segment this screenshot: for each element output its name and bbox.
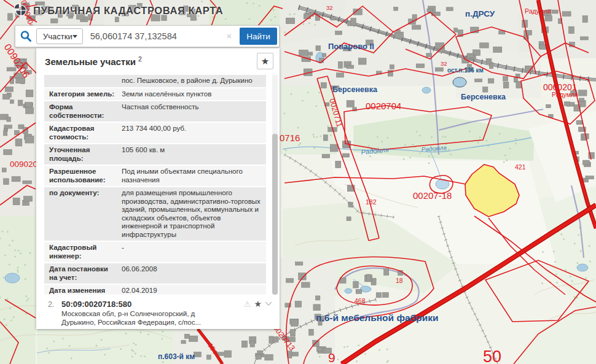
detail-row-label: Кадастровая стоимость: [49,125,122,141]
detail-row: Уточненная площадь:105 600 кв. м [44,144,266,165]
map-label-place: Берсеневка [461,93,506,101]
map-label-station: ост.п.136 км [447,67,484,74]
chevron-down-icon [73,35,77,38]
search-category-label: Участки [43,32,73,41]
search-category-dropdown[interactable]: Участки [36,28,83,44]
parcel-details-table: пос. Пешковское, в районе д. ДурыкиноКат… [44,75,266,295]
detail-row-label: Разрешенное использование: [49,168,122,184]
detail-row-value: 213 734 400,00 руб. [122,125,262,141]
detail-row-value: Земли населённых пунктов [122,90,262,99]
scrollbar-track [272,75,278,295]
detail-row-value: 105 600 кв. м [122,146,262,163]
detail-row-value: - [122,244,262,260]
map-label-parcel: 0020704 [366,101,401,111]
map-label-parcel: 00207-18 [413,190,452,201]
detail-row: пос. Пешковское, в районе д. Дурыкино [44,75,266,87]
search-input[interactable] [83,27,224,45]
map-label-parcel: Радумля [525,7,551,15]
detail-row: Форма собственности:Частная собственност… [44,101,266,122]
favorite-star-icon[interactable]: ★ [254,299,262,309]
map-label-parcel: 468 [355,297,366,304]
detail-row-label [49,77,122,85]
search-icon[interactable] [15,30,36,42]
detail-row: Кадастровый инженер:- [44,242,266,262]
list-item-index: 2. [48,300,61,309]
detail-row: по документу:для размещения промышленног… [44,187,266,241]
results-header: Земельные участки 2 ★ [36,48,280,75]
map-label-parcel: 18 [396,277,403,284]
detail-row: Разрешенное использование:Под иными объе… [44,166,266,186]
map-label-parcel: 421 [515,163,526,171]
detail-row-label: Кадастровый инженер: [49,244,122,260]
results-panel: Земельные участки 2 ★ пос. Пешковское, в… [36,48,280,329]
detail-row-value: Частная собственность [122,103,262,120]
list-item[interactable]: 2. 50:09:0020718:580 ⚠ ★ Московская обл,… [36,295,280,329]
detail-row-value: 02.04.2019 [122,287,262,295]
page-title: ПУБЛИЧНАЯ КАДАСТРОВАЯ КАРТА [33,5,223,17]
pkk-logo-icon [14,3,28,18]
warning-icon[interactable]: ⚠ [244,300,251,309]
scrollbar-thumb[interactable] [272,134,278,295]
map-label-place: п.603-й км [158,352,195,361]
app-header: ПУБЛИЧНАЯ КАДАСТРОВАЯ КАРТА [14,3,223,18]
app-window: Поварово IIБерсеневкаБерсеневкап.ДРСУп.6… [0,0,596,364]
map-label-parcel: 32 [441,60,447,67]
list-item-cadastral-number: 50:09:0020718:580 [61,300,244,309]
detail-row-value: 06.06.2008 [122,265,262,282]
search-bar: Участки × Найти [15,25,280,47]
map-label-parcel: 50 [483,347,501,364]
search-submit-button[interactable]: Найти [240,28,277,45]
map-label-place: Берсеневка [332,85,378,94]
results-title: Земельные участки 2 [45,55,142,67]
map-label-place: п.ДРСУ [465,9,495,18]
detail-row: Дата постановки на учет:06.06.2008 [44,263,266,284]
map-label-place: Поварово II [328,42,374,51]
map-label-parcel: Радумля [552,91,578,98]
expand-chevron-icon[interactable] [265,301,272,306]
detail-row-value: Под иными объектами специального назначе… [122,168,262,184]
clear-search-icon[interactable]: × [224,31,235,42]
favorites-button[interactable]: ★ [257,53,273,69]
detail-row: Кадастровая стоимость:213 734 400,00 руб… [44,123,266,143]
detail-row-label: Уточненная площадь: [49,146,122,163]
map-label-place: п.6-й мебельной фабрики [316,312,438,323]
map-label-parcel: 32 [326,4,333,11]
results-count: 2 [138,55,142,63]
detail-row-label: по документу: [49,189,122,239]
detail-row-label: Категория земель: [49,90,122,99]
detail-row-label: Дата постановки на учет: [49,265,122,282]
detail-row: Дата изменения сведений в ГКН:02.04.2019 [44,285,266,295]
map-label-parcel: 182 [366,198,377,206]
detail-row-label: Дата изменения сведений в ГКН: [49,287,122,295]
map-label-parcel: 9 [328,350,335,364]
detail-row-value: для размещения промышленного производств… [122,189,262,239]
star-icon: ★ [261,56,269,66]
list-item-address: Московская обл, р-н Солнечногорский, д Д… [61,310,218,327]
detail-row-label: Форма собственности: [49,103,122,120]
detail-row: Категория земель:Земли населённых пункто… [44,88,266,101]
detail-row-value: пос. Пешковское, в районе д. Дурыкино [122,77,262,85]
